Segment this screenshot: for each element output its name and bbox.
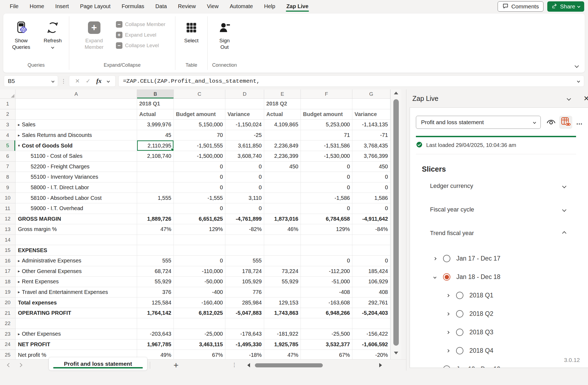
column-header-E[interactable]: E [264,89,301,99]
collapse-arrow-icon[interactable]: ▾ [18,143,20,148]
cell-D12[interactable]: -4,761,899 [225,214,264,224]
cell-E13[interactable]: 46% [264,224,301,235]
cell-G16[interactable]: 0 [352,256,390,266]
cell-E24[interactable]: 1,925,785 [264,339,301,350]
expand-arrow-icon[interactable]: ▸ [18,332,20,336]
cell-C8[interactable]: 0 [174,172,225,182]
cell-D8[interactable]: 0 [225,172,264,182]
panel-close-icon[interactable]: ✕ [583,95,588,102]
ribbon-tab-formulas[interactable]: Formulas [121,1,145,12]
row-header-21[interactable]: 21 [0,308,15,319]
radio-2018-q4[interactable] [456,347,463,354]
cell-F2[interactable]: Budget amount [301,109,352,120]
scroll-up-icon[interactable] [394,92,398,94]
sheet-options-icon[interactable]: ⋮ [232,364,237,366]
query-dropdown[interactable]: Profit and loss statement [416,116,541,129]
show-queries-button[interactable]: Show Queries [7,17,36,52]
tree-chevron-icon[interactable] [433,368,436,368]
row-header-14[interactable]: 14 [0,235,15,245]
tree-item-jan-18-dec-18[interactable]: Jan 18 - Dec 18 [416,268,583,286]
cell-A17[interactable]: ▸Other General Expenses [15,266,137,277]
expand-arrow-icon[interactable]: ▸ [18,258,20,263]
cell-D13[interactable]: -82% [225,224,264,235]
cell-A7[interactable]: 52200 - Freight Charges [15,162,137,172]
cell-G17[interactable]: 185,424 [352,266,390,277]
cell-C20[interactable]: -160,400 [174,297,225,308]
cell-G3[interactable]: -1,143,135 [352,120,390,130]
formula-bar-handle[interactable]: ⋮ [61,80,66,82]
cell-D2[interactable]: Variance [225,109,264,120]
cell-G5[interactable]: 3,768,435 [352,140,390,151]
cell-A15[interactable]: EXPENSES [15,245,137,256]
more-options-icon[interactable]: … [576,118,583,126]
cell-A1[interactable] [15,99,137,109]
cell-A24[interactable]: NET PROFIT [15,339,137,350]
cell-D1[interactable] [225,99,264,109]
cell-A22[interactable] [15,318,137,329]
cell-B14[interactable] [137,235,174,245]
next-sheet-icon[interactable] [18,363,23,367]
cell-C5[interactable]: -1,501,555 [174,140,225,151]
cell-G10[interactable]: 1,586 [352,193,390,203]
cell-F20[interactable]: -163,608 [301,297,352,308]
ribbon-tab-help[interactable]: Help [264,1,276,12]
cell-F12[interactable]: 6,784,658 [301,214,352,224]
row-header-5[interactable]: 5 [0,140,15,151]
scroll-down-icon[interactable] [394,352,398,354]
cell-D25[interactable]: -18% [225,350,264,359]
cell-E9[interactable] [264,182,301,193]
cell-C23[interactable]: -25,000 [174,329,225,339]
cell-B16[interactable]: 555 [137,256,174,266]
cell-F13[interactable]: 129% [301,224,352,235]
cell-F9[interactable]: 0 [301,182,352,193]
cell-F21[interactable]: 6,948,266 [301,308,352,319]
name-box[interactable]: B5 [4,75,58,87]
slicer-ledger-currency[interactable]: Ledger currency [430,174,566,198]
row-header-20[interactable]: 20 [0,297,15,308]
cell-D19[interactable]: 776 [225,287,264,298]
cell-D3[interactable]: -1,150,024 [225,120,264,130]
column-header-B[interactable]: B [137,89,174,99]
ribbon-tab-page-layout[interactable]: Page Layout [80,1,111,12]
cell-G14[interactable] [352,235,390,245]
cell-G7[interactable]: 450 [352,162,390,172]
row-header-4[interactable]: 4 [0,130,15,141]
tree-chevron-icon[interactable] [433,275,436,278]
slicer-fiscal-year-cycle[interactable]: Fiscal year cycle [430,198,566,222]
cell-C11[interactable]: 0 [174,203,225,214]
cell-D22[interactable] [225,318,264,329]
cell-G15[interactable] [352,245,390,256]
cell-A18[interactable]: ▸Rent Expenses [15,277,137,287]
cell-G18[interactable]: 106,929 [352,277,390,287]
tree-chevron-icon[interactable] [446,331,449,334]
row-header-3[interactable]: 3 [0,120,15,130]
tree-chevron-icon[interactable] [446,312,449,315]
cell-B20[interactable]: 125,584 [137,297,174,308]
cell-F15[interactable] [301,245,352,256]
cell-F8[interactable]: 0 [301,172,352,182]
tree-chevron-icon[interactable] [446,294,449,297]
tree-item-jan-17-dec-17[interactable]: Jan 17 - Dec 17 [416,249,583,268]
cell-G4[interactable]: -71 [352,130,390,141]
cell-E20[interactable]: 129,153 [264,297,301,308]
cell-G22[interactable] [352,318,390,329]
cell-B8[interactable] [137,172,174,182]
cell-G8[interactable]: 0 [352,172,390,182]
cell-C7[interactable]: 0 [174,162,225,172]
cell-C13[interactable]: 129% [174,224,225,235]
cell-B5[interactable]: 2,110,295 [137,140,174,151]
radio-jan-19-dec-19[interactable] [443,365,450,368]
column-header-G[interactable]: G [352,89,390,99]
cell-A12[interactable]: GROSS MARGIN [15,214,137,224]
cell-F3[interactable]: 5,253,000 [301,120,352,130]
cell-A14[interactable] [15,235,137,245]
cell-E1[interactable]: 2018 Q2 [264,99,301,109]
expand-level-button[interactable]: + Expand Level [114,32,166,38]
cell-G21[interactable]: -5,204,403 [352,308,390,319]
cell-F22[interactable] [301,318,352,329]
cell-F5[interactable]: -1,531,586 [301,140,352,151]
ribbon-tab-home[interactable]: Home [29,1,45,12]
cell-C21[interactable]: 6,812,025 [174,308,225,319]
cell-A19[interactable]: ▸Travel and Entertainment Expenses [15,287,137,298]
row-header-8[interactable]: 8 [0,172,15,182]
